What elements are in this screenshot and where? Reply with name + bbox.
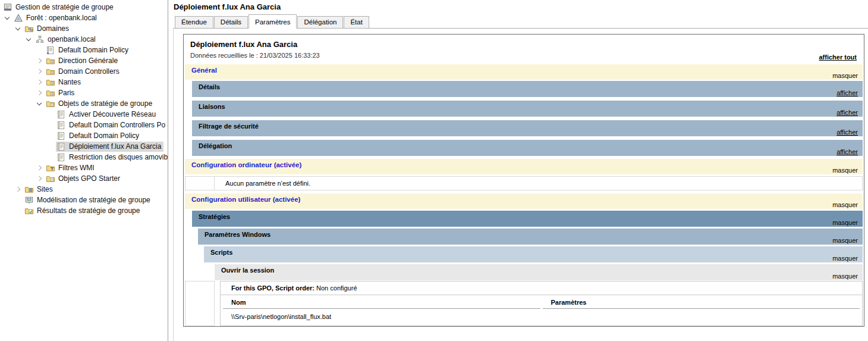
tree-item[interactable]: Domaines xyxy=(0,23,168,34)
tab-details[interactable]: Détails xyxy=(214,16,248,28)
section-general[interactable]: Général masquer xyxy=(185,64,863,80)
show-link[interactable]: afficher xyxy=(836,109,858,116)
subsection-windows-settings[interactable]: Paramètres Windows masquer xyxy=(198,229,863,245)
hide-link[interactable]: masquer xyxy=(832,167,858,174)
tree-item[interactable]: Sites xyxy=(0,184,168,195)
tree-item-label: Paris xyxy=(58,89,74,97)
gpo-icon xyxy=(56,121,66,130)
show-link[interactable]: afficher xyxy=(836,89,858,96)
sites-icon xyxy=(24,185,34,194)
subsection-delegation[interactable]: Délégation afficher xyxy=(192,140,863,156)
chevron-down-icon[interactable] xyxy=(34,99,45,108)
console-icon xyxy=(3,3,12,12)
tree-item-label: Forêt : openbank.local xyxy=(26,14,97,22)
chevron-right-icon[interactable] xyxy=(34,88,45,98)
tree-item[interactable]: Default Domain Controllers Po xyxy=(0,120,168,130)
tree-item[interactable]: Restriction des disques amovib xyxy=(0,152,168,162)
chevron-spacer xyxy=(45,142,56,151)
report-title: Déploiement f.lux Ana Garcia xyxy=(190,40,297,49)
section-computer-label: Configuration ordinateur (activée) xyxy=(191,161,301,168)
tab-delegation[interactable]: Délégation xyxy=(297,16,343,28)
chevron-spacer xyxy=(45,152,56,162)
chevron-down-icon[interactable] xyxy=(24,35,34,44)
subsection-details[interactable]: Détails afficher xyxy=(192,81,863,97)
gpo-icon xyxy=(56,153,66,162)
chevron-spacer xyxy=(45,110,56,119)
chevron-down-icon[interactable] xyxy=(13,24,24,33)
tree-item[interactable]: Domain Controllers xyxy=(0,66,168,77)
section-user-config[interactable]: Configuration utilisateur (activée) masq… xyxy=(185,193,863,209)
domains-icon xyxy=(24,24,34,33)
logon-scripts-box: For this GPO, Script order: Non configur… xyxy=(220,281,863,326)
tree-item[interactable]: Gestion de stratégie de groupe xyxy=(0,2,168,12)
tree-item[interactable]: Default Domain Policy xyxy=(0,130,168,141)
tree-item[interactable]: openbank.local xyxy=(0,34,168,45)
tree-item[interactable]: Activer Découverte Réseau xyxy=(0,109,168,120)
chevron-right-icon[interactable] xyxy=(34,174,45,183)
table-row: \\Srv-paris\netlogon\install_flux.bat xyxy=(223,309,860,326)
gpo-folder-icon xyxy=(46,99,55,108)
hide-link[interactable]: masquer xyxy=(832,273,858,280)
subsection-label: Filtrage de sécurité xyxy=(199,123,259,130)
chevron-down-icon[interactable] xyxy=(2,13,13,23)
section-general-label: Général xyxy=(191,67,217,74)
column-header-nom: Nom xyxy=(223,296,540,309)
chevron-spacer xyxy=(34,45,45,55)
chevron-right-icon[interactable] xyxy=(34,56,45,65)
tree-item-label: Domaines xyxy=(37,24,69,33)
tab-parametres[interactable]: Paramètres xyxy=(249,14,297,29)
show-all-link[interactable]: afficher tout xyxy=(819,54,857,61)
tree-item[interactable]: Résultats de stratégie de groupe xyxy=(0,205,168,216)
tree-item-label: Nantes xyxy=(58,78,81,86)
chevron-right-icon[interactable] xyxy=(34,67,45,76)
tree-item[interactable]: Nantes xyxy=(0,77,168,87)
hide-link[interactable]: masquer xyxy=(832,72,858,79)
tab-page-settings: Déploiement f.lux Ana Garcia Données rec… xyxy=(173,29,868,341)
report-collected-date: Données recueillies le : 21/03/2025 16:3… xyxy=(190,52,320,59)
tree-item[interactable]: Objets GPO Starter xyxy=(0,173,168,184)
ou-icon xyxy=(46,78,55,87)
report-header: Déploiement f.lux Ana Garcia Données rec… xyxy=(185,36,863,63)
hide-link[interactable]: masquer xyxy=(832,201,858,208)
chevron-right-icon[interactable] xyxy=(34,163,45,173)
subsection-scripts[interactable]: Scripts masquer xyxy=(204,246,863,262)
chevron-spacer xyxy=(13,206,24,215)
hide-link[interactable]: masquer xyxy=(832,237,858,244)
section-computer-config[interactable]: Configuration ordinateur (activée) masqu… xyxy=(185,159,863,174)
chevron-right-icon[interactable] xyxy=(34,77,45,87)
indent-gutter xyxy=(185,176,215,190)
tree-item[interactable]: Default Domain Policy xyxy=(0,45,168,55)
tab-etat[interactable]: État xyxy=(344,16,369,28)
logon-scripts-body: For this GPO, Script order: Non configur… xyxy=(185,281,863,326)
tree-item-label: Gestion de stratégie de groupe xyxy=(15,3,114,11)
settings-report: Déploiement f.lux Ana Garcia Données rec… xyxy=(183,34,864,327)
chevron-right-icon[interactable] xyxy=(13,184,24,194)
hide-link[interactable]: masquer xyxy=(832,219,858,226)
tree-item-label: Objets GPO Starter xyxy=(58,174,120,183)
tree-item[interactable]: Direction Générale xyxy=(0,55,168,66)
show-link[interactable]: afficher xyxy=(836,129,858,136)
tree-item[interactable]: Objets de stratégie de groupe xyxy=(0,98,168,109)
subsection-policies[interactable]: Stratégies masquer xyxy=(192,211,863,227)
subsection-label: Délégation xyxy=(199,142,232,149)
column-header-parametres: Paramètres xyxy=(543,296,860,309)
section-user-label: Configuration utilisateur (activée) xyxy=(191,196,300,203)
chevron-spacer xyxy=(45,120,56,130)
tree-item[interactable]: Forêt : openbank.local xyxy=(0,12,168,23)
subsection-filtrage[interactable]: Filtrage de sécurité afficher xyxy=(192,120,863,136)
tab-etendue[interactable]: Étendue xyxy=(175,16,213,28)
ou-icon xyxy=(46,57,55,65)
tree-item[interactable]: Modélisation de stratégie de groupe xyxy=(0,195,168,205)
subsection-logon[interactable]: Ouvrir la session masquer xyxy=(215,264,863,280)
subsection-liaisons[interactable]: Liaisons afficher xyxy=(192,101,863,117)
subsection-label: Scripts xyxy=(210,249,232,256)
indent-gutter xyxy=(185,281,215,326)
subsection-label: Liaisons xyxy=(199,103,225,110)
show-link[interactable]: afficher xyxy=(836,148,858,155)
tree-item[interactable]: Filtres WMI xyxy=(0,162,168,173)
hide-link[interactable]: masquer xyxy=(832,255,858,262)
script-order-row: For this GPO, Script order: Non configur… xyxy=(221,281,862,295)
tree-item[interactable]: Déploiement f.lux Ana Garcia xyxy=(0,141,168,152)
tree-item-label: Filtres WMI xyxy=(58,164,95,172)
tree-item[interactable]: Paris xyxy=(0,87,168,98)
